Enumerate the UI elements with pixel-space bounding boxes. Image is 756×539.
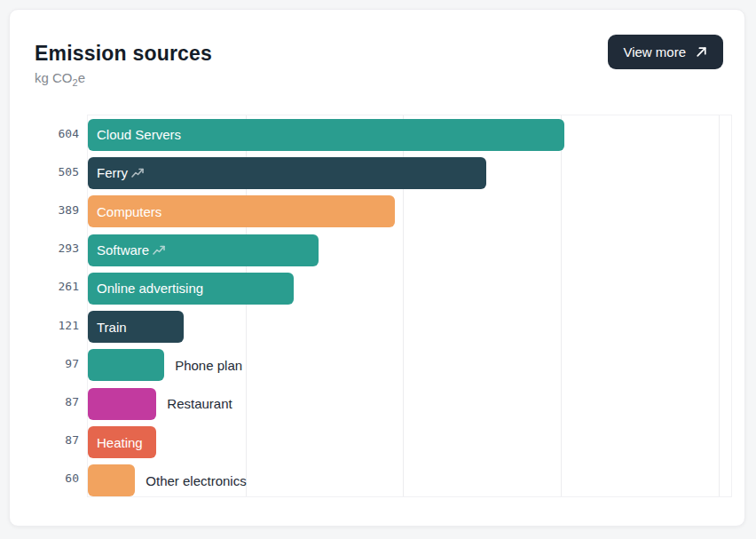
trending-up-icon — [131, 168, 145, 178]
bar-train[interactable]: Train — [88, 311, 184, 343]
bar-value: 87 — [28, 421, 79, 459]
trending-up-icon — [153, 245, 166, 256]
bar-row: Cloud Servers — [88, 115, 731, 154]
bar-row: Computers — [88, 193, 731, 231]
bar-label: Other electronics — [146, 473, 246, 488]
bar-value: 60 — [28, 459, 79, 497]
bar-value: 87 — [28, 383, 79, 421]
bar-label: Phone plan — [175, 358, 242, 373]
bar-software[interactable]: Software — [88, 234, 319, 266]
bar-value: 261 — [28, 267, 79, 305]
bar-phone-plan[interactable] — [88, 349, 164, 381]
bar-value: 97 — [28, 345, 79, 383]
bar-computers[interactable]: Computers — [88, 195, 395, 227]
bar-row: Phone plan — [88, 346, 731, 384]
bar-label: Software — [97, 242, 166, 258]
bar-row: Online advertising — [88, 269, 731, 307]
plot-area: Cloud ServersFerryComputersSoftwareOnlin… — [87, 115, 732, 497]
bar-value: 389 — [28, 191, 79, 229]
bar-row: Ferry — [88, 154, 731, 192]
bar-ferry[interactable]: Ferry — [88, 157, 486, 189]
bar-row: Heating — [88, 423, 731, 461]
bar-value: 604 — [28, 115, 79, 153]
bar-value: 293 — [28, 229, 79, 267]
page-title: Emission sources — [35, 42, 212, 66]
bar-row: Restaurant — [88, 384, 731, 423]
bar-label: Ferry — [97, 165, 145, 180]
bar-other-electronics[interactable] — [88, 464, 135, 496]
bar-value: 121 — [28, 305, 79, 344]
bar-label: Cloud Servers — [97, 127, 181, 142]
view-more-label: View more — [623, 44, 686, 59]
value-axis: 60450538929326112197878760 — [28, 115, 79, 497]
bar-row: Train — [88, 307, 731, 345]
emission-sources-card: Emission sources kg CO2e View more 60450… — [9, 9, 745, 527]
bar-label: Online advertising — [97, 281, 203, 296]
bar-row: Software — [88, 231, 731, 269]
bar-chart: 60450538929326112197878760 Cloud Servers… — [28, 115, 732, 497]
bar-label: Heating — [97, 435, 143, 450]
bar-value: 505 — [28, 153, 79, 191]
arrow-up-right-icon — [695, 45, 708, 59]
bar-row: Other electronics — [88, 462, 731, 500]
bar-label: Train — [97, 320, 127, 335]
bar-label: Computers — [97, 204, 161, 219]
bar-restaurant[interactable] — [88, 388, 156, 420]
bar-online-advertising[interactable]: Online advertising — [88, 273, 294, 305]
bar-heating[interactable]: Heating — [88, 426, 156, 458]
bar-cloud-servers[interactable]: Cloud Servers — [88, 119, 564, 151]
unit-label: kg CO2e — [35, 70, 85, 88]
bar-label: Restaurant — [167, 396, 232, 411]
view-more-button[interactable]: View more — [608, 35, 723, 69]
